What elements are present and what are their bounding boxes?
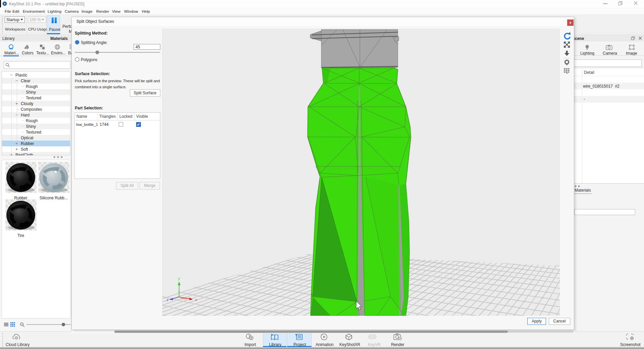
svg-text:z: z bbox=[167, 298, 168, 302]
svg-text:y: y bbox=[178, 277, 180, 281]
svg-text:x: x bbox=[195, 298, 197, 302]
